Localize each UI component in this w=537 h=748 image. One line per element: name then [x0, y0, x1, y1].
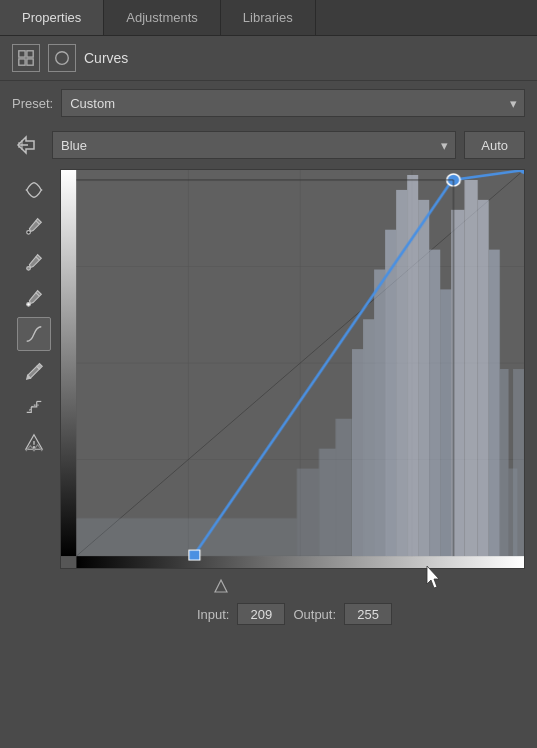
svg-rect-29 [385, 230, 396, 556]
svg-rect-38 [489, 250, 500, 556]
svg-rect-32 [418, 200, 429, 556]
svg-rect-37 [478, 200, 489, 556]
channel-select[interactable]: RGB Red Green Blue [52, 131, 456, 159]
on-image-adjustment-icon[interactable] [12, 129, 44, 161]
panel-header: Curves [0, 36, 537, 81]
svg-rect-41 [513, 369, 524, 556]
svg-point-8 [27, 303, 31, 307]
svg-rect-42 [189, 550, 200, 560]
tab-adjustments[interactable]: Adjustments [104, 0, 221, 35]
eyedropper-gray-tool-button[interactable] [17, 245, 51, 279]
curves-container [60, 169, 525, 597]
output-label: Output: [293, 607, 336, 622]
svg-rect-3 [27, 59, 33, 65]
svg-rect-23 [297, 469, 319, 557]
input-value[interactable]: 209 [237, 603, 285, 625]
grid-icon[interactable] [12, 44, 40, 72]
svg-rect-28 [374, 270, 385, 557]
svg-point-4 [56, 52, 69, 65]
black-point-triangle [213, 578, 229, 597]
svg-rect-36 [464, 180, 477, 556]
svg-rect-34 [440, 289, 451, 556]
svg-rect-0 [19, 51, 25, 57]
pencil-tool-button[interactable] [17, 353, 51, 387]
io-row: Input: 209 Output: 255 [52, 597, 537, 629]
svg-rect-27 [363, 319, 374, 556]
svg-rect-24 [319, 449, 336, 556]
eyedropper-black-tool-button[interactable] [17, 209, 51, 243]
svg-rect-39 [500, 369, 509, 556]
channel-row: RGB Red Green Blue ▾ Auto [0, 125, 537, 169]
main-area [0, 169, 537, 597]
preset-select[interactable]: Custom Default Linear Contrast Medium Co… [61, 89, 525, 117]
preset-row: Preset: Custom Default Linear Contrast M… [0, 81, 537, 125]
svg-rect-26 [352, 349, 363, 556]
on-image-tool-button[interactable] [17, 173, 51, 207]
bottom-indicator-row [60, 569, 525, 597]
auto-button[interactable]: Auto [464, 131, 525, 159]
preset-label: Preset: [12, 96, 53, 111]
channel-select-wrapper: RGB Red Green Blue ▾ [52, 131, 456, 159]
panel-title: Curves [84, 50, 128, 66]
curve-tool-button[interactable] [17, 317, 51, 351]
svg-rect-30 [396, 190, 407, 556]
cursor-indicator [421, 564, 445, 595]
tool-sidebar [8, 169, 60, 597]
curves-graph[interactable] [60, 169, 525, 569]
tab-bar: Properties Adjustments Libraries [0, 0, 537, 36]
eyedropper-white-tool-button[interactable] [17, 281, 51, 315]
svg-point-7 [27, 267, 31, 271]
svg-rect-25 [335, 419, 352, 556]
circle-icon[interactable] [48, 44, 76, 72]
svg-marker-47 [215, 580, 227, 592]
svg-rect-33 [429, 250, 440, 556]
output-value[interactable]: 255 [344, 603, 392, 625]
clipping-warning-tool-button[interactable] [17, 425, 51, 459]
svg-rect-1 [27, 51, 33, 57]
svg-rect-2 [19, 59, 25, 65]
svg-point-6 [27, 231, 31, 235]
svg-rect-12 [61, 170, 76, 556]
svg-rect-13 [76, 556, 524, 568]
tab-libraries[interactable]: Libraries [221, 0, 316, 35]
svg-rect-22 [76, 518, 296, 556]
smooth-tool-button[interactable] [17, 389, 51, 423]
tab-properties[interactable]: Properties [0, 0, 104, 35]
input-label: Input: [197, 607, 230, 622]
preset-select-wrapper: Custom Default Linear Contrast Medium Co… [61, 89, 525, 117]
